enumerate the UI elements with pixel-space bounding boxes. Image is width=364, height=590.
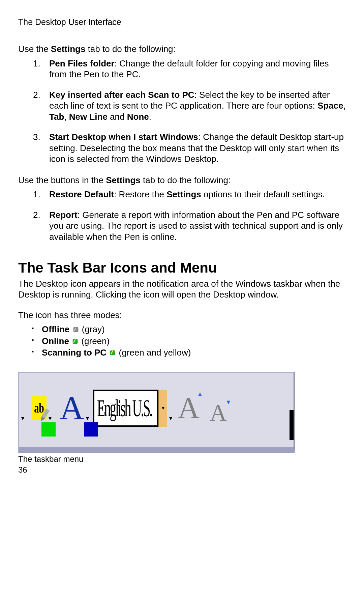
drop-arrow-icon: ▾ [169, 415, 172, 422]
mode-scanning: Scanning to PC (green and yellow) [42, 347, 346, 358]
list2-item1-num: 1. [33, 189, 40, 200]
pen-green-yellow-icon [109, 349, 116, 357]
list1-item3-num: 3. [33, 132, 40, 143]
bar-right-edge [290, 410, 294, 440]
list1-item2-bold2: Space [317, 101, 343, 111]
taskbar-menu-figure: ▾ ab ▾ A ▾ English U.S. ▾ ▾ A ▲ A ▼ [18, 372, 295, 453]
section-heading: The Task Bar Icons and Menu [18, 259, 346, 277]
highlight-color-green-icon [41, 422, 56, 437]
textcolor-a-icon: A [60, 391, 84, 425]
intro1-bold: Settings [51, 44, 86, 54]
intro-2: Use the buttons in the Settings tab to d… [18, 175, 346, 186]
drop-arrow-icon: ▾ [49, 415, 52, 422]
intro2-bold: Settings [106, 175, 141, 185]
mode-offline: Offline (gray) [42, 324, 346, 335]
intro1-post: tab to do the following: [85, 44, 175, 54]
language-text: English U.S. [97, 393, 129, 423]
intro2-post: tab to do the following: [141, 175, 231, 185]
list1-item2-bold1: Key inserted after each Scan to PC [49, 90, 194, 100]
list1-item2: 2. Key inserted after each Scan to PC: S… [49, 89, 346, 122]
modes-intro: The icon has three modes: [18, 310, 346, 321]
list2-item1: 1. Restore Default: Restore the Settings… [49, 189, 346, 200]
list1-item3: 3. Start Desktop when I start Windows: C… [49, 132, 346, 165]
list1-item2-bold3: Tab [49, 112, 64, 122]
language-drop-arrow: ▾ [158, 390, 167, 427]
drop-arrow-icon: ▾ [21, 415, 24, 422]
list1-item2-bold4: New Line [69, 112, 108, 122]
list2-item2-num: 2. [33, 209, 40, 221]
list2-item2-bold: Report [49, 210, 78, 220]
pen-gray-icon [72, 326, 80, 333]
drop-arrow-icon: ▾ [86, 415, 89, 422]
language-selector: English U.S. [93, 390, 158, 427]
text-color-blue-icon [84, 422, 98, 437]
pen-green-icon [71, 338, 79, 345]
arrow-up-icon: ▲ [197, 391, 203, 397]
mode-online: Online (green) [42, 336, 346, 347]
section-body: The Desktop icon appears in the notifica… [18, 278, 346, 300]
list2-item2-text: : Generate a report with information abo… [49, 210, 343, 242]
list-2: 1. Restore Default: Restore the Settings… [18, 189, 346, 242]
font-larger-icon: A ▲ [178, 393, 200, 423]
list1-item3-bold: Start Desktop when I start Windows [49, 132, 198, 142]
list1-item2-num: 2. [33, 89, 40, 101]
page-number: 36 [18, 465, 346, 475]
figure-caption: The taskbar menu [18, 454, 346, 464]
list2-item1-bold2: Settings [166, 189, 201, 199]
font-smaller-icon: A ▼ [210, 401, 227, 425]
list1-item1-num: 1. [33, 58, 40, 69]
arrow-down-icon: ▼ [225, 399, 232, 405]
intro1-pre: Use the [18, 44, 51, 54]
list2-item1-text2: options to their default settings. [201, 189, 325, 199]
list2-item1-bold1: Restore Default [49, 189, 114, 199]
list2-item1-text1: : Restore the [114, 189, 166, 199]
list1-item1: 1. Pen Files folder: Change the default … [49, 58, 346, 80]
intro2-pre: Use the buttons in the [18, 175, 106, 185]
list1-item1-bold: Pen Files folder [49, 58, 115, 68]
modes-list: Offline (gray) Online (green) Scanning t… [18, 324, 346, 358]
highlight-ab-icon: ab [32, 396, 47, 420]
list1-item2-bold5: None [127, 112, 149, 122]
intro-1: Use the Settings tab to do the following… [18, 44, 346, 55]
list-1: 1. Pen Files folder: Change the default … [18, 58, 346, 165]
page-header: The Desktop User Interface [18, 17, 346, 27]
list2-item2: 2. Report: Generate a report with inform… [49, 209, 346, 243]
